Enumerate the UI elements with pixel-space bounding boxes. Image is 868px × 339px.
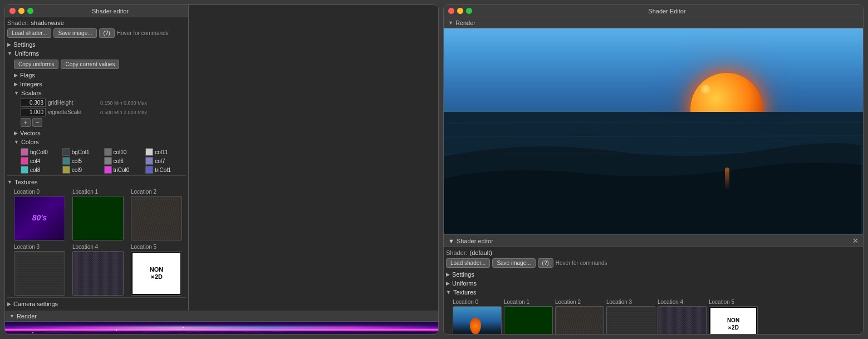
bottom-texture-label-5: Location 5: [709, 299, 758, 305]
colors-arrow-icon: ▼: [14, 139, 19, 145]
window-title-right: Shader Editor: [475, 8, 859, 14]
colors-section[interactable]: ▼ Colors: [14, 137, 186, 146]
bottom-editor-header: ▼ Shader editor ✕: [444, 235, 863, 247]
vectors-section[interactable]: ▶ Vectors: [14, 129, 186, 137]
bottom-texture-sunset: [453, 307, 501, 335]
scalars-label: Scalars: [21, 90, 42, 96]
color-swatch-col7[interactable]: [145, 157, 153, 165]
bottom-texture-thumb-4[interactable]: [658, 306, 707, 335]
render-canvas-80s: 80's: [5, 322, 438, 334]
bottom-uniforms-section[interactable]: ▶ Uniforms: [446, 279, 861, 288]
copy-uniforms-button[interactable]: Copy uniforms: [14, 60, 58, 69]
left-window: Shader editor Shader: shaderwave Load sh…: [4, 4, 439, 335]
editor-content-left: Shader: shaderwave Load shader... Save i…: [5, 17, 188, 311]
bottom-texture-thumb-1[interactable]: [504, 306, 553, 335]
bottom-help-button[interactable]: (?): [538, 258, 553, 268]
bottom-texture-thumb-3[interactable]: [606, 306, 655, 335]
color-swatch-col4[interactable]: [21, 157, 28, 165]
bottom-texture-item-5: Location 5 NON✕2D: [709, 299, 758, 335]
bottom-texture-noise-green: [504, 307, 552, 335]
texture-thumb-4[interactable]: [72, 251, 124, 296]
bottom-textures-section[interactable]: ▼ Textures: [446, 288, 861, 297]
water-surface: [444, 112, 863, 234]
integers-arrow-icon: ▶: [14, 81, 18, 87]
save-image-button[interactable]: Save image...: [53, 28, 96, 38]
bottom-settings-arrow-icon: ▶: [446, 272, 450, 277]
minimize-button-right[interactable]: [457, 8, 463, 14]
scalars-section[interactable]: ▼ Scalars: [14, 89, 186, 97]
uniforms-section[interactable]: ▼ Uniforms: [7, 49, 186, 58]
camera-settings-section[interactable]: ▶ Camera settings: [7, 299, 186, 308]
maximize-button-right[interactable]: [466, 8, 472, 14]
bottom-texture-thumb-5[interactable]: NON✕2D: [709, 306, 758, 335]
add-scalar-button[interactable]: +: [21, 118, 31, 127]
color-label-tricol1: triCol1: [155, 167, 171, 173]
scalar-name-1: vignetteScale: [48, 109, 98, 115]
color-swatch-col10[interactable]: [104, 148, 112, 156]
bottom-save-image-button[interactable]: Save image...: [492, 258, 535, 268]
color-swatch-bgcol0[interactable]: [21, 148, 28, 156]
bottom-uniforms-arrow-icon: ▶: [446, 281, 450, 286]
close-button-right[interactable]: [448, 8, 454, 14]
bottom-settings-section[interactable]: ▶ Settings: [446, 270, 861, 279]
bottom-uniforms-label: Uniforms: [452, 280, 477, 287]
texture-thumb-3[interactable]: [14, 251, 65, 296]
scalar-range-0: 0.150 Min 0.600 Max: [100, 100, 147, 106]
color-swatch-col9[interactable]: [62, 166, 70, 174]
texture-noise-green: [73, 196, 123, 240]
textures-section-left[interactable]: ▼ Textures: [7, 178, 186, 186]
colors-label: Colors: [21, 139, 39, 145]
texture-label-0: Location 0: [14, 189, 69, 195]
render-triangle-icon-left: ▼: [9, 313, 14, 319]
flags-section[interactable]: ▶ Flags: [14, 71, 186, 80]
grid-floor-svg: [5, 328, 438, 334]
bottom-texture-thumb-2[interactable]: [555, 306, 604, 335]
integers-section[interactable]: ▶ Integers: [14, 80, 186, 89]
texture-thumb-1[interactable]: [72, 196, 124, 240]
textures-label-left: Textures: [14, 179, 38, 185]
bottom-texture-noise-multi: [556, 307, 604, 335]
maximize-button-left[interactable]: [27, 8, 33, 14]
color-item-col4: col4: [21, 157, 61, 165]
scalar-input-1[interactable]: [21, 108, 46, 116]
close-button-left[interactable]: [9, 8, 16, 14]
traffic-lights-right: [448, 8, 472, 14]
color-swatch-col6[interactable]: [104, 157, 112, 165]
color-item-bgcol0: bgCol0: [21, 148, 61, 156]
bottom-texture-thumb-0[interactable]: [453, 306, 502, 335]
color-swatch-tricol0[interactable]: [104, 166, 112, 174]
color-item-col6: col6: [104, 157, 145, 165]
remove-scalar-button[interactable]: −: [32, 118, 42, 127]
texture-thumb-0[interactable]: 80's: [14, 196, 65, 240]
render-title-right: Render: [455, 19, 475, 26]
bottom-load-shader-button[interactable]: Load shader...: [446, 258, 490, 268]
bottom-editor-close-button[interactable]: ✕: [852, 237, 859, 245]
color-swatch-col8[interactable]: [21, 166, 28, 174]
color-swatch-col5[interactable]: [62, 157, 70, 165]
uniforms-content: Copy uniforms Copy current values ▶ Flag…: [7, 60, 186, 174]
load-shader-button[interactable]: Load shader...: [7, 28, 51, 38]
bottom-toolbar-buttons: Load shader... Save image... (?) Hover f…: [446, 258, 861, 268]
color-swatch-bgcol1[interactable]: [62, 148, 70, 156]
texture-noise-gray: [14, 252, 65, 295]
window-title-left: Shader editor: [37, 8, 184, 14]
bottom-textures-grid: Location 0 Location 1 Locati: [446, 299, 861, 335]
color-swatch-col11[interactable]: [145, 148, 153, 156]
texture-label-1: Location 1: [72, 189, 127, 195]
settings-section[interactable]: ▶ Settings: [7, 40, 186, 49]
texture-80s-logo: 80's: [14, 196, 65, 240]
textures-arrow-icon-left: ▼: [7, 179, 12, 185]
scalar-row-0: gridHeight 0.150 Min 0.600 Max: [21, 99, 186, 107]
texture-thumb-5[interactable]: NON ✕2D: [131, 251, 182, 296]
minimize-button-left[interactable]: [18, 8, 24, 14]
texture-thumb-2[interactable]: [131, 196, 182, 240]
vectors-arrow-icon: ▶: [14, 130, 18, 136]
help-button[interactable]: (?): [99, 28, 115, 38]
sun-highlight: [700, 84, 710, 94]
scalar-input-0[interactable]: [21, 99, 46, 107]
settings-arrow-icon: ▶: [7, 42, 11, 47]
color-swatch-tricol1[interactable]: [145, 166, 153, 174]
copy-current-values-button[interactable]: Copy current values: [61, 60, 119, 69]
render-triangle-icon-right: ▼: [448, 20, 453, 26]
texture-item-5: Location 5 NON ✕2D: [131, 244, 186, 296]
